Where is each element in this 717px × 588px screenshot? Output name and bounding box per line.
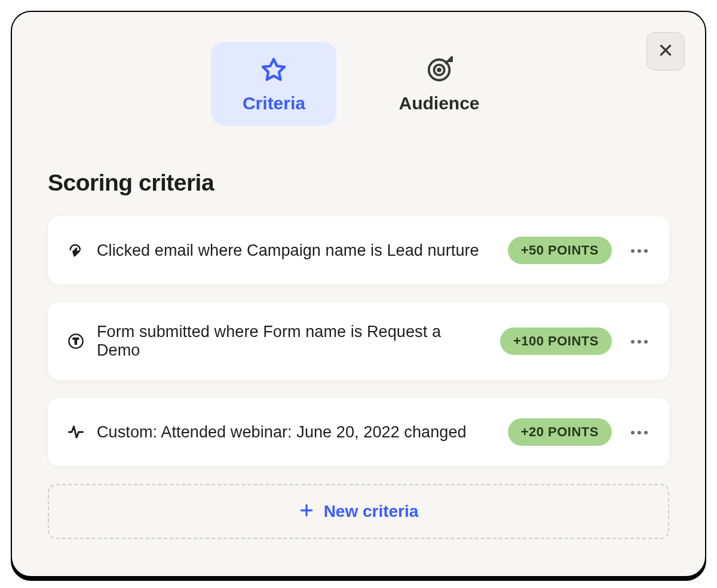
tab-audience[interactable]: Audience	[372, 42, 505, 125]
dots-icon	[630, 245, 648, 256]
svg-text:T: T	[73, 336, 79, 346]
more-button[interactable]	[629, 240, 650, 261]
close-button[interactable]	[646, 32, 685, 71]
svg-point-8	[638, 249, 641, 253]
points-badge: +20 POINTS	[508, 418, 612, 446]
tab-bar: Criteria Audience	[48, 42, 669, 125]
scoring-panel: Criteria Audience Scoring criteria Click…	[11, 11, 706, 577]
new-criteria-button[interactable]: New criteria	[48, 484, 669, 539]
criteria-text: Form submitted where Form name is Reques…	[97, 323, 488, 360]
dots-icon	[630, 427, 648, 437]
svg-point-12	[631, 340, 635, 344]
svg-point-14	[644, 340, 648, 344]
svg-point-15	[631, 431, 635, 434]
svg-point-13	[638, 340, 641, 344]
form-icon: T	[67, 332, 85, 350]
svg-point-17	[644, 431, 648, 434]
criteria-row: Clicked email where Campaign name is Lea…	[48, 216, 669, 284]
svg-point-9	[644, 249, 648, 253]
points-badge: +100 POINTS	[500, 327, 612, 355]
svg-marker-2	[263, 59, 284, 80]
svg-point-7	[631, 249, 635, 253]
tab-criteria[interactable]: Criteria	[211, 42, 336, 125]
criteria-row: T Form submitted where Form name is Requ…	[48, 302, 669, 380]
plus-icon	[299, 503, 314, 520]
close-icon	[658, 42, 673, 60]
criteria-text: Custom: Attended webinar: June 20, 2022 …	[97, 423, 496, 442]
criteria-text: Clicked email where Campaign name is Lea…	[97, 241, 496, 260]
criteria-row: Custom: Attended webinar: June 20, 2022 …	[48, 398, 669, 466]
tab-label: Audience	[399, 93, 479, 114]
pulse-icon	[67, 423, 85, 441]
svg-point-5	[438, 69, 440, 71]
dots-icon	[630, 336, 648, 347]
new-criteria-label: New criteria	[324, 502, 419, 521]
star-icon	[260, 56, 287, 86]
tab-label: Criteria	[243, 93, 305, 114]
more-button[interactable]	[629, 421, 650, 443]
section-title: Scoring criteria	[48, 170, 669, 196]
click-icon	[67, 241, 85, 259]
criteria-list: Clicked email where Campaign name is Lea…	[48, 216, 669, 539]
points-badge: +50 POINTS	[508, 237, 612, 264]
target-icon	[425, 56, 453, 86]
more-button[interactable]	[629, 330, 650, 352]
svg-point-16	[638, 431, 641, 434]
